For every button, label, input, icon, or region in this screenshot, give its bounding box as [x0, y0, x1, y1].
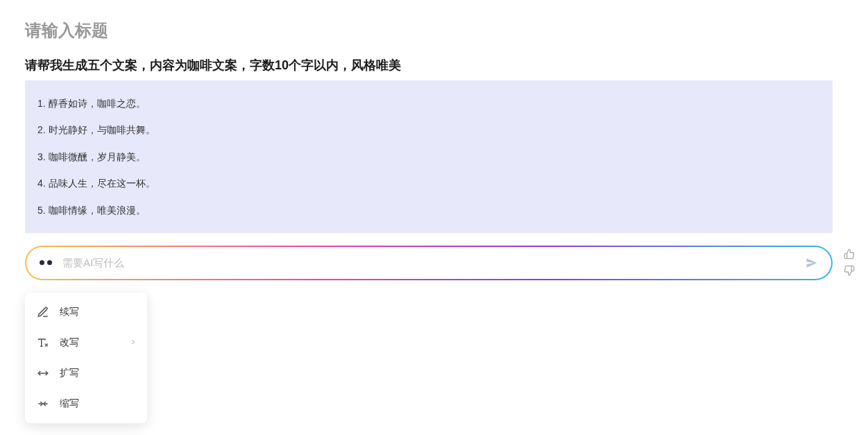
action-menu: 续写 改写 扩写 缩写 — [25, 293, 147, 423]
menu-item-label: 改写 — [60, 336, 79, 349]
compress-icon — [36, 397, 50, 411]
menu-item-label: 缩写 — [60, 398, 79, 410]
menu-item-compress[interactable]: 缩写 — [25, 389, 147, 419]
thumbs-up-button[interactable] — [844, 248, 856, 261]
send-icon — [805, 256, 819, 270]
bot-avatar-icon — [36, 256, 56, 270]
menu-item-rewrite[interactable]: 改写 — [25, 327, 147, 358]
menu-item-expand[interactable]: 扩写 — [25, 358, 147, 389]
title-input[interactable]: 请输入标题 — [25, 19, 843, 42]
menu-item-label: 扩写 — [60, 367, 79, 379]
response-panel: 1. 醇香如诗，咖啡之恋。 2. 时光静好，与咖啡共舞。 3. 咖啡微醺，岁月静… — [25, 80, 833, 233]
text-x-icon — [36, 336, 50, 350]
response-line: 4. 品味人生，尽在这一杯。 — [37, 170, 820, 196]
thumbs-down-icon — [844, 265, 855, 276]
ai-input-container — [25, 246, 833, 280]
response-line: 5. 咖啡情缘，唯美浪漫。 — [37, 197, 820, 223]
response-line: 1. 醇香如诗，咖啡之恋。 — [37, 90, 820, 117]
menu-item-label: 续写 — [60, 306, 79, 318]
response-line: 3. 咖啡微醺，岁月静美。 — [37, 144, 820, 170]
ai-prompt-input[interactable] — [62, 257, 802, 268]
chevron-right-icon — [129, 337, 137, 348]
menu-item-continue[interactable]: 续写 — [25, 297, 147, 327]
expand-icon — [36, 366, 50, 380]
user-prompt: 请帮我生成五个文案，内容为咖啡文案，字数10个字以内，风格唯美 — [25, 57, 843, 74]
send-button[interactable] — [802, 253, 822, 273]
thumbs-up-icon — [844, 248, 855, 259]
response-line: 2. 时光静好，与咖啡共舞。 — [37, 117, 820, 143]
thumbs-down-button[interactable] — [844, 265, 856, 278]
pen-edit-icon — [36, 305, 50, 319]
